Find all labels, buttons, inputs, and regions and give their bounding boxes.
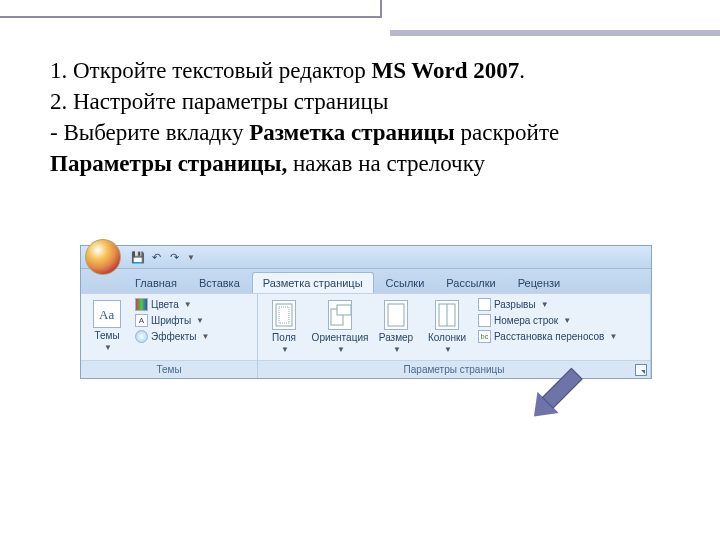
text: 1. Откройте текстовый редактор: [50, 58, 372, 83]
chevron-down-icon: ▼: [281, 345, 289, 354]
label: Колонки: [428, 332, 466, 343]
tab-review[interactable]: Рецензи: [508, 273, 571, 293]
svg-rect-4: [337, 305, 351, 315]
line-numbers-icon: [478, 314, 491, 327]
office-button[interactable]: [85, 239, 121, 275]
chevron-down-icon: ▼: [184, 300, 192, 309]
chevron-down-icon: ▼: [444, 345, 452, 354]
label: Цвета: [151, 299, 179, 310]
decor-line-vertical: [380, 0, 382, 18]
themes-options: Цвета▼ AШрифты▼ Эффекты▼: [135, 298, 209, 356]
chevron-down-icon: ▼: [609, 332, 617, 341]
svg-text:Aa: Aa: [99, 307, 114, 322]
instruction-1: 1. Откройте текстовый редактор MS Word 2…: [50, 55, 670, 86]
redo-icon[interactable]: ↷: [167, 250, 181, 264]
chevron-down-icon: ▼: [201, 332, 209, 341]
chevron-down-icon: ▼: [563, 316, 571, 325]
effects-icon: [135, 330, 148, 343]
title-bar: 💾 ↶ ↷ ▼: [81, 246, 651, 269]
label: Разрывы: [494, 299, 536, 310]
label: Темы: [94, 330, 119, 341]
tab-mailings[interactable]: Рассылки: [436, 273, 505, 293]
group-title-page-setup: Параметры страницы: [258, 360, 650, 378]
group-themes: Aa Темы ▼ Цвета▼ AШрифты▼ Эффекты▼ Темы: [81, 294, 258, 378]
svg-rect-5: [388, 304, 404, 326]
margins-button[interactable]: Поля▼: [264, 298, 304, 356]
text: .: [519, 58, 525, 83]
breaks-button[interactable]: Разрывы▼: [478, 298, 617, 311]
label: Параметры страницы: [404, 364, 505, 375]
tab-references[interactable]: Ссылки: [376, 273, 435, 293]
columns-button[interactable]: Колонки▼: [424, 298, 470, 356]
label: Ориентация: [312, 332, 369, 343]
columns-icon: [435, 300, 459, 330]
chevron-down-icon: ▼: [541, 300, 549, 309]
word-ribbon: 💾 ↶ ↷ ▼ Главная Вставка Разметка страниц…: [80, 245, 652, 379]
label: Поля: [272, 332, 296, 343]
decor-line-top-left: [0, 16, 380, 18]
margins-icon: [272, 300, 296, 330]
text: раскройте: [455, 120, 559, 145]
text-bold: MS Word 2007: [372, 58, 520, 83]
colors-icon: [135, 298, 148, 311]
colors-button[interactable]: Цвета▼: [135, 298, 209, 311]
orientation-button[interactable]: Ориентация▼: [312, 298, 368, 356]
group-title-themes: Темы: [81, 360, 257, 378]
orientation-icon: [328, 300, 352, 330]
label: Расстановка переносов: [494, 331, 604, 342]
group-page-setup: Поля▼ Ориентация▼ Размер▼ Колонки▼ Разры…: [258, 294, 651, 378]
chevron-down-icon: ▼: [104, 343, 112, 352]
text: - Выберите вкладку: [50, 120, 249, 145]
text-bold: Разметка страницы: [249, 120, 455, 145]
breaks-icon: [478, 298, 491, 311]
themes-button[interactable]: Aa Темы ▼: [87, 298, 127, 356]
text-bold: Параметры страницы,: [50, 151, 287, 176]
label: Эффекты: [151, 331, 196, 342]
tab-home[interactable]: Главная: [125, 273, 187, 293]
tab-insert[interactable]: Вставка: [189, 273, 250, 293]
text: нажав на стрелочку: [287, 151, 485, 176]
fonts-button[interactable]: AШрифты▼: [135, 314, 209, 327]
instructions-block: 1. Откройте текстовый редактор MS Word 2…: [50, 55, 670, 179]
size-button[interactable]: Размер▼: [376, 298, 416, 356]
dialog-launcher-icon[interactable]: [635, 364, 647, 376]
tab-page-layout[interactable]: Разметка страницы: [252, 272, 374, 293]
instruction-3: - Выберите вкладку Разметка страницы рас…: [50, 117, 670, 179]
decor-line-top-right: [390, 30, 720, 36]
quick-access-toolbar: 💾 ↶ ↷ ▼: [131, 250, 195, 264]
fonts-icon: A: [135, 314, 148, 327]
label: Шрифты: [151, 315, 191, 326]
page-setup-options: Разрывы▼ Номера строк▼ bcРасстановка пер…: [478, 298, 617, 356]
size-icon: [384, 300, 408, 330]
chevron-down-icon: ▼: [196, 316, 204, 325]
themes-icon: Aa: [93, 300, 121, 328]
ribbon-tabs: Главная Вставка Разметка страницы Ссылки…: [81, 269, 651, 293]
instruction-2: 2. Настройте параметры страницы: [50, 86, 670, 117]
undo-icon[interactable]: ↶: [149, 250, 163, 264]
hyphenation-button[interactable]: bcРасстановка переносов▼: [478, 330, 617, 343]
effects-button[interactable]: Эффекты▼: [135, 330, 209, 343]
chevron-down-icon: ▼: [337, 345, 345, 354]
save-icon[interactable]: 💾: [131, 250, 145, 264]
qat-dropdown-icon[interactable]: ▼: [187, 253, 195, 262]
label: Размер: [379, 332, 413, 343]
line-numbers-button[interactable]: Номера строк▼: [478, 314, 617, 327]
label: Номера строк: [494, 315, 558, 326]
chevron-down-icon: ▼: [393, 345, 401, 354]
